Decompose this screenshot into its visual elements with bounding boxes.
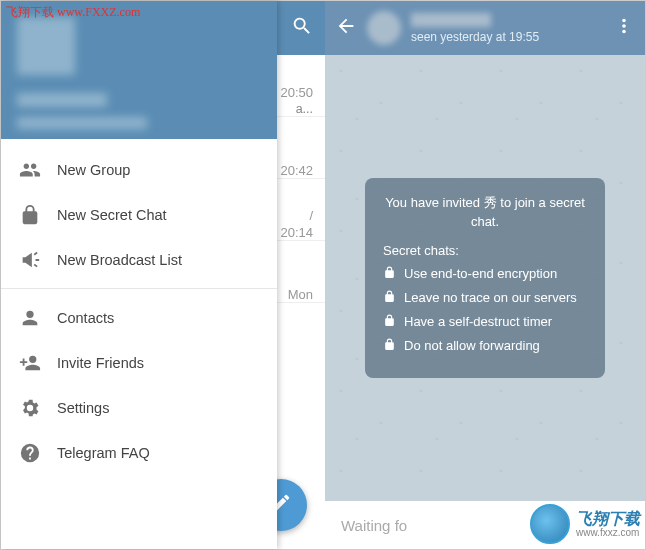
person-icon — [19, 307, 57, 329]
person-add-icon — [19, 352, 57, 374]
menu-settings[interactable]: Settings — [1, 385, 277, 430]
back-button[interactable] — [335, 15, 357, 41]
card-subhead: Secret chats: — [383, 243, 587, 258]
secret-chat-info-card: You have invited 秀 to join a secret chat… — [365, 178, 605, 377]
help-icon — [19, 442, 57, 464]
feature-item: Leave no trace on our servers — [383, 290, 587, 306]
divider — [1, 288, 277, 289]
menu-label: Invite Friends — [57, 355, 144, 371]
logo-icon — [530, 504, 570, 544]
menu-new-broadcast[interactable]: New Broadcast List — [1, 237, 277, 282]
menu-new-secret-chat[interactable]: New Secret Chat — [1, 192, 277, 237]
menu-contacts[interactable]: Contacts — [1, 295, 277, 340]
contact-name — [411, 13, 491, 27]
lock-icon — [383, 314, 396, 330]
card-title: You have invited 秀 to join a secret chat… — [383, 194, 587, 230]
menu-label: Settings — [57, 400, 109, 416]
menu-label: New Group — [57, 162, 130, 178]
lock-icon — [383, 338, 396, 354]
search-icon[interactable] — [291, 15, 313, 41]
feature-item: Use end-to-end encryption — [383, 266, 587, 282]
menu-new-group[interactable]: New Group — [1, 147, 277, 192]
gear-icon — [19, 397, 57, 419]
avatar[interactable] — [367, 11, 401, 45]
lock-icon — [383, 266, 396, 282]
feature-item: Have a self-destruct timer — [383, 314, 587, 330]
lock-icon — [19, 204, 57, 226]
drawer-header — [1, 1, 277, 139]
menu-label: New Broadcast List — [57, 252, 182, 268]
last-seen-status: seen yesterday at 19:55 — [411, 30, 603, 44]
group-icon — [19, 159, 57, 181]
avatar[interactable] — [17, 17, 75, 75]
menu-label: Telegram FAQ — [57, 445, 150, 461]
lock-icon — [383, 290, 396, 306]
phone-number — [17, 117, 147, 129]
watermark-bottom: 飞翔下载 www.fxxz.com — [530, 504, 640, 544]
menu-label: Contacts — [57, 310, 114, 326]
menu-invite-friends[interactable]: Invite Friends — [1, 340, 277, 385]
username — [17, 93, 107, 107]
watermark-top: 飞翔下载 www.FXXZ.com — [6, 4, 140, 21]
input-placeholder: Waiting fo — [341, 517, 407, 534]
chat-appbar: seen yesterday at 19:55 — [325, 1, 645, 55]
megaphone-icon — [19, 249, 57, 271]
more-menu-button[interactable] — [613, 15, 635, 41]
menu-label: New Secret Chat — [57, 207, 167, 223]
menu-faq[interactable]: Telegram FAQ — [1, 430, 277, 475]
chat-background: You have invited 秀 to join a secret chat… — [325, 55, 645, 501]
navigation-drawer: New Group New Secret Chat New Broadcast … — [1, 1, 277, 549]
feature-item: Do not allow forwarding — [383, 338, 587, 354]
